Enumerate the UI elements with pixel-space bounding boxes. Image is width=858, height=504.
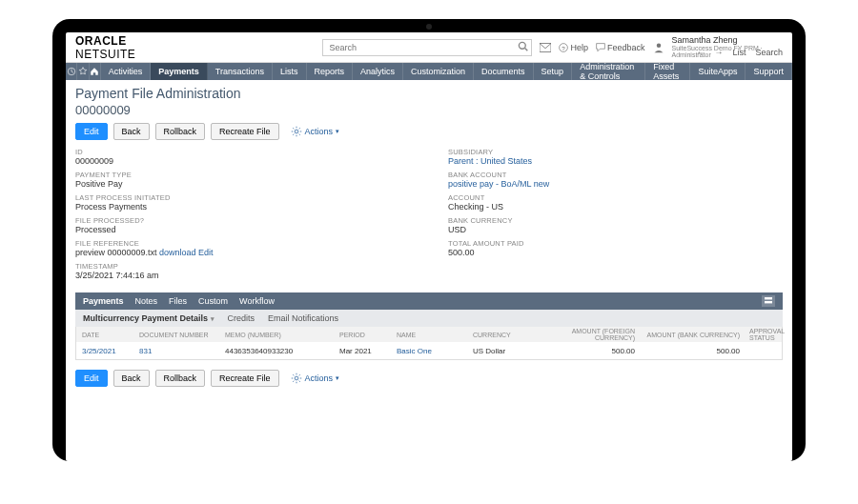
feedback-link[interactable]: Feedback [596, 43, 645, 52]
subtab-payments[interactable]: Payments [83, 296, 124, 306]
cell: US Dollar [473, 347, 540, 355]
field-value: positive pay - BoA/ML new [448, 179, 783, 189]
field-label: TOTAL AMOUNT PAID [448, 239, 783, 248]
edit-link[interactable]: Edit [198, 248, 214, 257]
nav-tab-payments[interactable]: Payments [151, 63, 208, 80]
sublist-tab-email[interactable]: Email Notifications [268, 313, 338, 323]
col-header: NAME [397, 332, 473, 338]
action-row-top: Edit Back Rollback Recreate File Actions… [75, 123, 783, 140]
recreate-button-bottom[interactable]: Recreate File [211, 370, 279, 387]
actions-menu[interactable]: Actions ▾ [291, 126, 340, 137]
nav-tab-activities[interactable]: Activities [101, 63, 152, 80]
svg-point-0 [520, 42, 526, 49]
help-icon[interactable]: ? Help [559, 43, 588, 52]
field-payment-type: PAYMENT TYPEPositive Pay [75, 171, 410, 189]
field-label: FILE PROCESSED? [75, 216, 410, 225]
gear-icon [291, 373, 302, 384]
cell: 831 [139, 347, 225, 355]
rollback-button[interactable]: Rollback [155, 123, 206, 140]
nav-tab-transactions[interactable]: Transactions [208, 63, 273, 80]
global-search[interactable] [322, 39, 532, 56]
field-label: TIMESTAMP [75, 262, 410, 271]
col-header: AMOUNT (FOREIGN CURRENCY) [540, 328, 644, 341]
actions-label: Actions [305, 127, 334, 136]
field-subsidiary: SUBSIDIARYParent : United States [448, 148, 783, 166]
user-block[interactable]: Samantha Zheng SuiteSuccess Demo FY PRM … [672, 36, 784, 58]
rollback-button-bottom[interactable]: Rollback [155, 370, 206, 387]
field-link[interactable]: positive pay - BoA/ML new [448, 179, 549, 189]
sublist-tab-multicurrency[interactable]: Multicurrency Payment Details ▾ [83, 313, 214, 323]
subtab-custom[interactable]: Custom [198, 296, 228, 306]
field-bank-account: BANK ACCOUNTpositive pay - BoA/ML new [448, 171, 783, 189]
field-label: BANK ACCOUNT [448, 171, 783, 179]
field-value: 3/25/2021 7:44:16 am [75, 271, 410, 280]
nav-tab-customization[interactable]: Customization [403, 63, 474, 80]
cell-link[interactable]: Basic One [397, 347, 432, 355]
user-role: SuiteSuccess Demo FY PRM · Administrator [672, 45, 784, 58]
main-nav: ActivitiesPaymentsTransactionsListsRepor… [66, 63, 792, 80]
sublist-header: Multicurrency Payment Details ▾ Credits … [75, 310, 783, 327]
field-grid: ID00000009PAYMENT TYPEPositive PayLAST P… [75, 148, 783, 285]
field-bank-currency: BANK CURRENCYUSD [448, 216, 783, 234]
nav-tab-analytics[interactable]: Analytics [353, 63, 403, 80]
nav-clock-icon[interactable] [66, 63, 77, 80]
nav-star-icon[interactable] [77, 63, 89, 80]
subtab-notes[interactable]: Notes [135, 296, 158, 306]
nav-tab-support[interactable]: Support [746, 63, 792, 80]
back-button-bottom[interactable]: Back [113, 370, 150, 387]
nav-home-icon[interactable] [90, 63, 101, 80]
field-last-process-initiated: LAST PROCESS INITIATEDProcess Payments [75, 193, 410, 212]
field-value: Processed [75, 225, 410, 234]
field-label: FILE REFERENCE [75, 239, 410, 248]
cell: 4436353640933230 [225, 347, 339, 355]
subtab-files[interactable]: Files [169, 296, 187, 306]
field-label: PAYMENT TYPE [75, 171, 410, 179]
field-link[interactable]: Parent : United States [448, 156, 532, 166]
actions-label: Actions [305, 373, 334, 383]
search-input[interactable] [322, 39, 532, 56]
table-row[interactable]: 3/25/20218314436353640933230Mar 2021Basi… [76, 342, 782, 359]
sublist-tab-credits[interactable]: Credits [228, 313, 255, 323]
col-header: DOCUMENT NUMBER [139, 332, 225, 338]
cell: 500.00 [644, 347, 749, 355]
back-button[interactable]: Back [113, 123, 150, 140]
subtab-workflow[interactable]: Workflow [239, 296, 275, 306]
edit-button[interactable]: Edit [75, 123, 108, 140]
cell-link[interactable]: 3/25/2021 [82, 347, 116, 355]
record-id: 00000009 [75, 103, 783, 117]
field-value: Positive Pay [75, 179, 410, 189]
svg-text:?: ? [562, 44, 566, 50]
payments-table: DATEDOCUMENT NUMBERMEMO (NUMBER)PERIODNA… [75, 327, 783, 360]
field-value: Process Payments [75, 202, 410, 212]
download-link[interactable]: download [159, 248, 196, 257]
nav-tab-administration-controls[interactable]: Administration & Controls [572, 63, 645, 80]
nav-tab-documents[interactable]: Documents [474, 63, 534, 80]
chevron-down-icon: ▾ [336, 374, 339, 382]
col-header: APPROVAL STATUS [749, 328, 785, 341]
actions-menu-bottom[interactable]: Actions ▾ [291, 373, 340, 384]
nav-tab-fixed-assets[interactable]: Fixed Assets [645, 63, 690, 80]
nav-tab-lists[interactable]: Lists [273, 63, 307, 80]
user-icon[interactable] [653, 42, 664, 53]
cell-link[interactable]: 831 [139, 347, 152, 355]
field-label: LAST PROCESS INITIATED [75, 193, 410, 202]
chevron-down-icon: ▾ [336, 128, 339, 135]
field-id: ID00000009 [75, 148, 410, 166]
svg-point-5 [656, 43, 661, 48]
search-icon[interactable] [518, 41, 528, 51]
field-value: 00000009 [75, 156, 410, 166]
envelope-icon[interactable] [540, 43, 551, 52]
top-header: ORACLE NETSUITE ? Help Feedback [66, 32, 792, 63]
expand-icon[interactable] [762, 295, 775, 307]
col-header: AMOUNT (BANK CURRENCY) [644, 332, 749, 338]
recreate-button[interactable]: Recreate File [211, 123, 279, 140]
svg-point-10 [295, 376, 298, 380]
nav-tab-setup[interactable]: Setup [534, 63, 573, 80]
page-title: Payment File Administration [75, 86, 783, 101]
field-value: Parent : United States [448, 156, 783, 166]
field-label: ACCOUNT [448, 193, 783, 202]
col-header: MEMO (NUMBER) [225, 332, 339, 338]
nav-tab-suiteapps[interactable]: SuiteApps [690, 63, 746, 80]
nav-tab-reports[interactable]: Reports [307, 63, 354, 80]
edit-button-bottom[interactable]: Edit [75, 370, 108, 387]
